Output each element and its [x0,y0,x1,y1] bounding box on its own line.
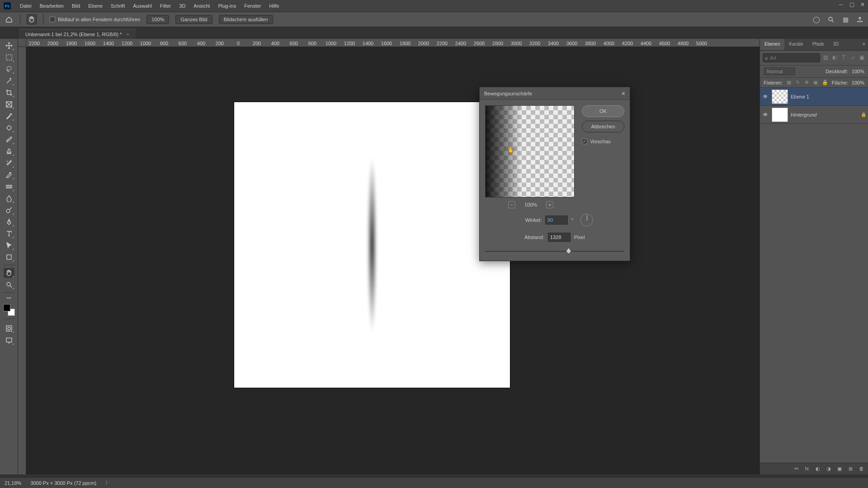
opacity-value[interactable]: 100% [852,69,864,74]
search-icon[interactable] [827,16,835,23]
zoom-tool[interactable] [4,280,14,290]
menu-file[interactable]: Datei [16,1,35,10]
distance-input[interactable] [548,233,571,242]
move-tool[interactable] [4,41,14,51]
layer-name[interactable]: Hintergrund [791,112,816,117]
document-canvas[interactable] [234,102,510,388]
dialog-titlebar[interactable]: Bewegungsunschärfe × [480,87,630,100]
preview-checkbox[interactable]: ✓ Vorschau [582,139,624,144]
path-select-tool[interactable] [4,240,14,250]
hand-tool-icon[interactable] [27,14,37,24]
lock-all-icon[interactable]: 🔒 [822,80,828,85]
menu-edit[interactable]: Bearbeiten [36,1,67,10]
menu-plugins[interactable]: Plug-ins [214,1,240,10]
status-info[interactable]: 3000 Px × 3000 Px (72 ppcm) [30,480,96,486]
lock-pixels-icon[interactable]: ▦ [786,80,792,85]
window-minimize[interactable]: ─ [838,2,844,7]
layer-row[interactable]: 👁 Hintergrund 🔒 [760,106,868,124]
zoom-in-icon[interactable]: + [546,201,553,208]
visibility-icon[interactable]: 👁 [762,94,769,100]
wand-tool[interactable] [4,76,14,86]
layer-thumbnail[interactable] [772,108,788,122]
cancel-button[interactable]: Abbrechen [582,121,624,132]
layer-fx-icon[interactable]: fx [804,466,810,472]
visibility-icon[interactable]: 👁 [762,112,769,118]
lasso-tool[interactable] [4,64,14,74]
canvas-area[interactable]: 2200200018001600140012001000800600400200… [18,39,760,474]
menu-image[interactable]: Bild [68,1,84,10]
menu-select[interactable]: Auswahl [129,1,156,10]
slider-thumb-icon[interactable] [566,248,571,253]
fill-screen-button[interactable]: Bildschirm ausfüllen [219,15,273,24]
menu-help[interactable]: Hilfe [265,1,283,10]
layer-name[interactable]: Ebene 1 [791,94,809,99]
group-icon[interactable]: ▣ [836,466,843,472]
status-zoom[interactable]: 21,18% [5,480,21,486]
color-swatch[interactable] [3,304,15,316]
crop-tool[interactable] [4,88,14,98]
gradient-tool[interactable] [4,182,14,192]
lock-brush-icon[interactable]: ✎ [795,80,801,85]
new-layer-icon[interactable]: ⊞ [847,466,854,472]
filter-shape-icon[interactable]: ▱ [849,54,856,61]
blur-tool[interactable] [4,193,14,203]
ok-button[interactable]: OK [582,105,624,117]
document-tab[interactable]: Unbenannt-1 bei 21,2% (Ebene 1, RGB/8) *… [19,29,136,39]
fit-whole-button[interactable]: Ganzes Bild [175,15,212,24]
horizontal-ruler[interactable]: 2200200018001600140012001000800600400200… [26,39,760,47]
dialog-close-icon[interactable]: × [622,90,625,97]
status-more-icon[interactable]: 〉 [105,479,110,486]
zoom-out-icon[interactable]: − [508,201,515,208]
menu-3d[interactable]: 3D [175,1,189,10]
menu-window[interactable]: Fenster [241,1,264,10]
menu-type[interactable]: Schrift [107,1,128,10]
lock-position-icon[interactable]: ✥ [804,80,809,85]
workspace-icon[interactable]: ▦ [842,16,849,23]
filter-image-icon[interactable]: ▨ [822,54,829,61]
tab-paths[interactable]: Pfade [808,39,829,50]
filter-type-icon[interactable]: T [840,54,847,61]
frame-tool[interactable] [4,99,14,109]
edit-toolbar-icon[interactable]: ••• [6,296,11,300]
filter-smart-icon[interactable]: ▣ [858,54,865,61]
type-tool[interactable] [4,229,14,239]
dodge-tool[interactable] [4,205,14,215]
angle-dial[interactable] [580,214,593,226]
heal-tool[interactable] [4,123,14,133]
screenmode-tool[interactable] [4,335,14,345]
tab-3d[interactable]: 3D [829,39,844,50]
dialog-preview[interactable]: ✋ [485,105,575,197]
tab-channels[interactable]: Kanäle [784,39,807,50]
close-tab-icon[interactable]: × [126,32,129,37]
cloud-docs-icon[interactable]: ◯ [813,16,820,23]
stamp-tool[interactable] [4,146,14,156]
shape-tool[interactable] [4,252,14,262]
scroll-all-windows-checkbox[interactable]: Bildlauf in allen Fenstern durchführen [50,17,140,22]
layer-filter-field[interactable]: ⌕ Art [763,53,820,62]
adjustment-layer-icon[interactable]: ◑ [826,466,832,472]
layer-mask-icon[interactable]: ◐ [815,466,821,472]
menu-filter[interactable]: Filter [156,1,175,10]
filter-adjust-icon[interactable]: ◐ [831,54,838,61]
link-layers-icon[interactable]: ⚯ [793,466,799,472]
marquee-tool[interactable] [4,52,14,62]
layer-thumbnail[interactable] [772,89,788,104]
zoom-100-button[interactable]: 100% [146,15,169,24]
layer-row[interactable]: 👁 Ebene 1 [760,88,868,106]
history-brush-tool[interactable] [4,158,14,168]
window-close[interactable]: ✕ [860,2,865,7]
lock-artboard-icon[interactable]: ▣ [813,80,818,85]
share-icon[interactable] [856,16,863,23]
tab-layers[interactable]: Ebenen [760,39,784,50]
fill-value[interactable]: 100% [852,80,864,85]
foreground-color[interactable] [3,304,10,311]
home-icon[interactable] [5,15,14,24]
menu-view[interactable]: Ansicht [190,1,213,10]
hand-tool[interactable] [4,268,14,278]
window-maximize[interactable]: ▢ [849,2,854,7]
delete-layer-icon[interactable]: 🗑 [858,466,864,472]
panel-menu-icon[interactable]: ≡ [860,39,868,50]
pen-tool[interactable] [4,217,14,227]
vertical-ruler[interactable] [18,47,26,474]
angle-input[interactable] [545,216,568,225]
